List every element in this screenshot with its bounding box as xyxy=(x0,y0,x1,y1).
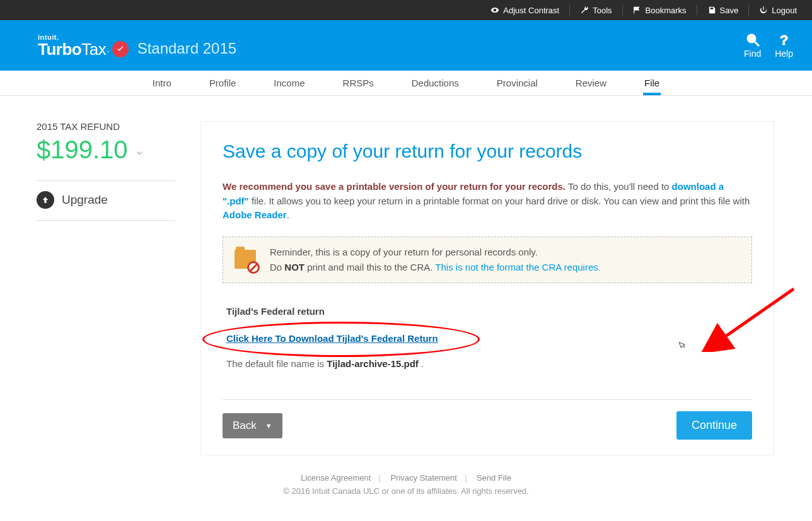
reminder-text: Reminder, this is a copy of your return … xyxy=(270,245,601,275)
brand-dot: . xyxy=(107,44,109,54)
download-return-link[interactable]: Click Here To Download Tijlad's Federal … xyxy=(226,333,438,344)
nav-review[interactable]: Review xyxy=(574,71,608,95)
adjust-contrast-link[interactable]: Adjust Contrast xyxy=(487,6,563,15)
sidebar-divider xyxy=(37,180,175,181)
nav-rrsps[interactable]: RRSPs xyxy=(342,71,375,95)
tools-link[interactable]: Tools xyxy=(576,6,615,15)
nav-income[interactable]: Income xyxy=(272,71,306,95)
upgrade-link[interactable]: Upgrade xyxy=(37,191,175,209)
recommendation-bold: We recommend you save a printable versio… xyxy=(223,181,566,192)
save-icon xyxy=(707,6,716,15)
reminder-box: Reminder, this is a copy of your return … xyxy=(223,237,752,283)
find-button[interactable]: Find xyxy=(744,32,761,59)
adobe-reader-link[interactable]: Adobe Reader xyxy=(223,209,287,220)
button-row: Back ▼ Continue xyxy=(223,411,752,440)
content-area: 2015 TAX REFUND $199.10 ⌄ Upgrade Save a… xyxy=(0,96,812,455)
checkmark-badge-icon xyxy=(112,41,129,57)
help-button[interactable]: ? Help xyxy=(775,32,793,59)
continue-button[interactable]: Continue xyxy=(676,411,752,440)
nav-profile[interactable]: Profile xyxy=(208,71,238,95)
copyright: © 2016 Intuit Canada ULC or one of its a… xyxy=(0,486,812,496)
page-title: Save a copy of your return for your reco… xyxy=(223,141,752,162)
refund-value: $199.10 xyxy=(37,136,128,164)
folder-blocked-icon xyxy=(233,247,258,272)
nav-provincial[interactable]: Provincial xyxy=(496,71,539,95)
topbar-separator xyxy=(748,5,749,15)
save-link[interactable]: Save xyxy=(704,6,743,15)
wrench-icon xyxy=(580,6,589,15)
cra-format-link[interactable]: This is not the format the CRA requires. xyxy=(435,262,601,272)
svg-point-0 xyxy=(748,35,755,42)
sidebar-divider xyxy=(37,220,175,221)
card-divider xyxy=(223,399,752,400)
topbar-separator xyxy=(622,5,623,15)
upgrade-arrow-icon xyxy=(37,191,54,209)
svg-text:?: ? xyxy=(780,32,788,47)
nav-intro[interactable]: Intro xyxy=(151,71,173,95)
upgrade-label: Upgrade xyxy=(62,193,108,207)
header-actions: Find ? Help xyxy=(744,32,793,59)
caret-down-icon: ▼ xyxy=(265,422,272,430)
download-section: Click Here To Download Tijlad's Federal … xyxy=(226,333,752,344)
logout-label: Logout xyxy=(772,6,797,15)
flag-icon xyxy=(633,6,642,15)
nav-deductions[interactable]: Deductions xyxy=(410,71,460,95)
eye-icon xyxy=(490,6,499,15)
app-header: intuit. TurboTax. Standard 2015 Find ? H… xyxy=(0,20,812,71)
back-button[interactable]: Back ▼ xyxy=(223,413,282,438)
utility-bar: Adjust Contrast Tools Bookmarks Save Log… xyxy=(0,0,812,20)
turbotax-logo: intuit. TurboTax. xyxy=(38,34,129,57)
back-label: Back xyxy=(233,419,257,432)
send-file-link[interactable]: Send File xyxy=(469,473,519,483)
bookmarks-label: Bookmarks xyxy=(646,6,687,15)
refund-amount[interactable]: $199.10 ⌄ xyxy=(37,136,175,164)
brand-turbo: Turbo xyxy=(38,41,81,57)
help-label: Help xyxy=(775,49,793,59)
default-filename-text: The default file name is Tijlad-archive-… xyxy=(226,358,752,369)
nav-file[interactable]: File xyxy=(643,71,661,95)
search-icon xyxy=(745,32,760,47)
power-icon xyxy=(759,6,768,15)
adjust-contrast-label: Adjust Contrast xyxy=(503,6,559,15)
question-icon: ? xyxy=(777,32,792,47)
topbar-separator xyxy=(569,5,570,15)
bookmarks-link[interactable]: Bookmarks xyxy=(629,6,690,15)
recommendation-text: We recommend you save a printable versio… xyxy=(223,180,752,223)
cursor-icon xyxy=(677,339,687,352)
license-link[interactable]: License Agreement xyxy=(293,473,378,483)
main-nav: Intro Profile Income RRSPs Deductions Pr… xyxy=(0,71,812,96)
svg-line-1 xyxy=(755,42,759,46)
refund-label: 2015 TAX REFUND xyxy=(37,121,175,132)
topbar-separator xyxy=(697,5,697,15)
main-card: Save a copy of your return for your reco… xyxy=(200,121,774,455)
sidebar: 2015 TAX REFUND $199.10 ⌄ Upgrade xyxy=(37,121,175,455)
return-section-title: Tijlad's Federal return xyxy=(226,306,752,317)
privacy-link[interactable]: Privacy Statement xyxy=(383,473,465,483)
brand-tax: Tax xyxy=(81,41,106,57)
logout-link[interactable]: Logout xyxy=(755,6,801,15)
annotation-arrow-icon xyxy=(699,283,800,352)
default-filename: Tijlad-archive-15.pdf xyxy=(327,358,419,369)
find-label: Find xyxy=(744,49,761,59)
product-edition: Standard 2015 xyxy=(137,40,236,57)
save-label: Save xyxy=(720,6,739,15)
tools-label: Tools xyxy=(593,6,612,15)
footer: License Agreement| Privacy Statement| Se… xyxy=(0,473,812,496)
chevron-down-icon: ⌄ xyxy=(134,143,145,158)
brand: intuit. TurboTax. Standard 2015 xyxy=(38,34,236,57)
